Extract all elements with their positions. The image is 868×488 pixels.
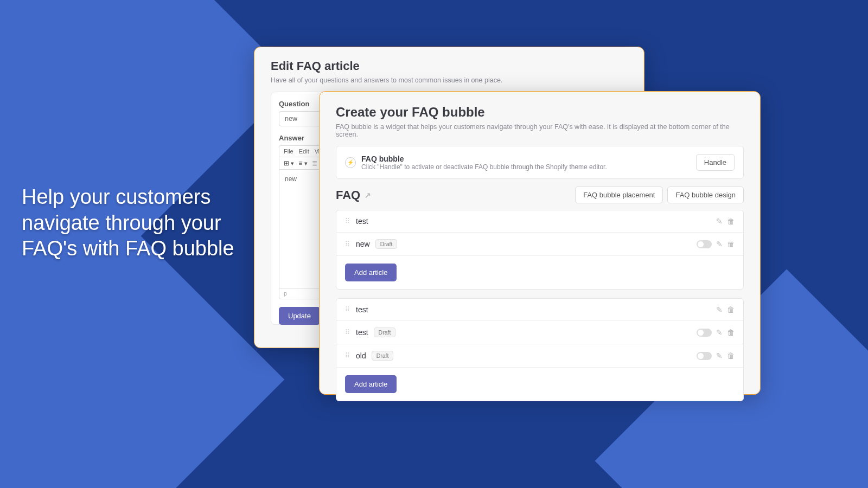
faq-group-header: ⠿ test ✎ 🗑 bbox=[336, 299, 743, 321]
faq-group: ⠿ test ✎ 🗑 ⠿ test Draft ✎ 🗑 ⠿ old Draft bbox=[336, 298, 744, 401]
edit-icon[interactable]: ✎ bbox=[716, 328, 723, 337]
drag-handle-icon[interactable]: ⠿ bbox=[345, 352, 349, 359]
publish-toggle[interactable] bbox=[697, 329, 712, 337]
edit-icon[interactable]: ✎ bbox=[716, 240, 723, 248]
faq-group-name: test bbox=[356, 305, 368, 314]
faq-group: ⠿ test ✎ 🗑 ⠿ new Draft ✎ 🗑 Add article bbox=[336, 210, 744, 290]
add-article-button[interactable]: Add article bbox=[345, 375, 397, 393]
widget-info-box: ⚡ FAQ bubble Click "Handle" to activate … bbox=[336, 146, 744, 179]
edit-icon[interactable]: ✎ bbox=[716, 217, 723, 226]
trash-icon[interactable]: 🗑 bbox=[727, 240, 735, 248]
faq-article-row: ⠿ test Draft ✎ 🗑 bbox=[336, 321, 743, 344]
lightning-icon: ⚡ bbox=[345, 157, 356, 168]
trash-icon[interactable]: 🗑 bbox=[727, 328, 735, 337]
create-bubble-subtitle: FAQ bubble is a widget that helps your c… bbox=[336, 123, 744, 138]
edit-faq-title: Edit FAQ article bbox=[271, 59, 628, 73]
marketing-headline: Help your customers navigate through you… bbox=[22, 184, 250, 262]
drag-handle-icon[interactable]: ⠿ bbox=[345, 217, 349, 225]
create-bubble-card: Create your FAQ bubble FAQ bubble is a w… bbox=[319, 91, 761, 395]
external-link-icon[interactable]: ↗ bbox=[365, 191, 371, 200]
publish-toggle[interactable] bbox=[697, 240, 712, 248]
trash-icon[interactable]: 🗑 bbox=[727, 351, 735, 360]
edit-icon[interactable]: ✎ bbox=[716, 351, 723, 360]
placement-button[interactable]: FAQ bubble placement bbox=[575, 187, 663, 203]
draft-badge: Draft bbox=[374, 328, 396, 337]
widget-name: FAQ bubble bbox=[361, 155, 696, 163]
drag-handle-icon[interactable]: ⠿ bbox=[345, 329, 349, 336]
publish-toggle[interactable] bbox=[697, 352, 712, 360]
trash-icon[interactable]: 🗑 bbox=[727, 217, 735, 226]
table-icon[interactable]: ⊞ ▾ bbox=[284, 159, 294, 167]
faq-section-title: FAQ bbox=[336, 188, 360, 202]
drag-handle-icon[interactable]: ⠿ bbox=[345, 306, 349, 313]
widget-desc: Click "Handle" to activate or deactivate… bbox=[361, 163, 696, 171]
menu-edit[interactable]: Edit bbox=[299, 148, 309, 155]
faq-article-row: ⠿ new Draft ✎ 🗑 bbox=[336, 233, 743, 256]
update-button[interactable]: Update bbox=[279, 307, 320, 325]
menu-file[interactable]: File bbox=[284, 148, 293, 155]
create-bubble-title: Create your FAQ bubble bbox=[336, 105, 744, 120]
draft-badge: Draft bbox=[375, 239, 398, 249]
faq-article-name: test bbox=[356, 328, 368, 337]
edit-faq-subtitle: Have all of your questions and answers t… bbox=[271, 76, 628, 84]
add-article-button[interactable]: Add article bbox=[345, 264, 397, 281]
faq-article-name: new bbox=[356, 240, 370, 248]
faq-group-header: ⠿ test ✎ 🗑 bbox=[336, 210, 743, 233]
draft-badge: Draft bbox=[372, 351, 394, 361]
design-button[interactable]: FAQ bubble design bbox=[667, 187, 744, 203]
trash-icon[interactable]: 🗑 bbox=[727, 305, 735, 314]
drag-handle-icon[interactable]: ⠿ bbox=[345, 240, 349, 248]
list-ordered-icon[interactable]: ≡ ▾ bbox=[298, 159, 307, 167]
faq-article-row: ⠿ old Draft ✎ 🗑 bbox=[336, 344, 743, 368]
faq-article-name: old bbox=[356, 351, 366, 360]
handle-button[interactable]: Handle bbox=[696, 154, 735, 171]
edit-icon[interactable]: ✎ bbox=[716, 305, 723, 314]
faq-group-name: test bbox=[356, 217, 368, 226]
